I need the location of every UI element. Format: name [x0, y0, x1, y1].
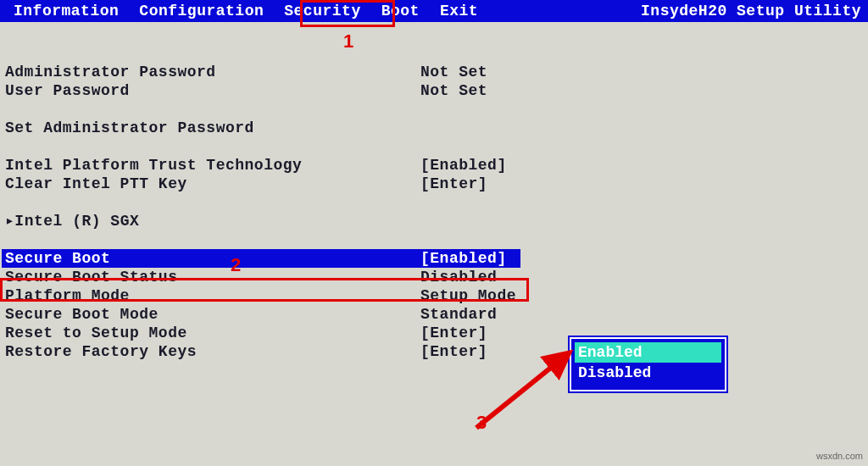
annotation-number-3: 3	[476, 412, 487, 434]
value-ipt: [Enabled]	[420, 156, 507, 175]
dropdown-option-enabled[interactable]: Enabled	[575, 342, 721, 363]
watermark: wsxdn.com	[816, 451, 863, 461]
dropdown-option-disabled[interactable]: Disabled	[575, 363, 721, 383]
menu-security[interactable]: Security	[274, 1, 370, 21]
svg-line-1	[476, 356, 565, 428]
row-secure-boot-status: Secure Boot Status Disabled	[5, 268, 863, 286]
label-platform-mode: Platform Mode	[5, 286, 420, 305]
value-sb-status: Disabled	[420, 268, 497, 286]
label-reset-setup: Reset to Setup Mode	[5, 324, 420, 342]
annotation-number-1: 1	[343, 31, 353, 53]
value-restore-keys: [Enter]	[420, 342, 487, 361]
row-secure-boot-mode: Secure Boot Mode Standard	[5, 305, 863, 324]
label-sb-mode: Secure Boot Mode	[5, 305, 420, 324]
row-platform-mode: Platform Mode Setup Mode	[5, 286, 863, 305]
value-sb-mode: Standard	[420, 305, 497, 324]
label-clear-ptt: Clear Intel PTT Key	[5, 175, 420, 193]
label-user-password: User Password	[5, 81, 420, 100]
row-admin-password: Administrator Password Not Set	[5, 63, 863, 81]
label-secure-boot: Secure Boot	[5, 249, 420, 268]
menu-configuration[interactable]: Configuration	[129, 1, 274, 21]
label-set-admin-password: Set Administrator Password	[5, 119, 420, 137]
row-secure-boot[interactable]: Secure Boot [Enabled]	[2, 249, 520, 268]
value-reset-setup: [Enter]	[420, 324, 487, 342]
value-user-password: Not Set	[420, 81, 487, 100]
row-intel-sgx[interactable]: ▸Intel (R) SGX	[5, 212, 863, 230]
row-user-password: User Password Not Set	[5, 81, 863, 100]
secure-boot-dropdown[interactable]: Enabled Disabled	[570, 337, 726, 391]
value-secure-boot: [Enabled]	[420, 249, 507, 268]
label-sb-status: Secure Boot Status	[5, 268, 420, 286]
label-restore-keys: Restore Factory Keys	[5, 342, 420, 361]
row-restore-factory-keys[interactable]: Restore Factory Keys [Enter]	[5, 342, 863, 361]
annotation-number-2: 2	[231, 254, 241, 276]
setup-utility-title: InsydeH20 Setup Utility	[641, 3, 861, 19]
label-admin-password: Administrator Password	[5, 63, 420, 81]
menu-exit[interactable]: Exit	[430, 1, 488, 21]
row-set-admin-password[interactable]: Set Administrator Password	[5, 119, 863, 137]
value-clear-ptt: [Enter]	[420, 175, 487, 193]
value-admin-password: Not Set	[420, 63, 487, 81]
menu-information[interactable]: Information	[3, 1, 129, 21]
label-sgx: ▸Intel (R) SGX	[5, 212, 420, 230]
row-clear-ptt-key[interactable]: Clear Intel PTT Key [Enter]	[5, 175, 863, 193]
menu-boot[interactable]: Boot	[371, 1, 430, 21]
value-platform-mode: Setup Mode	[420, 286, 516, 305]
row-reset-setup-mode[interactable]: Reset to Setup Mode [Enter]	[5, 324, 863, 342]
menubar: Information Configuration Security Boot …	[0, 0, 868, 22]
security-page: Administrator Password Not Set User Pass…	[0, 22, 868, 364]
row-intel-platform-trust[interactable]: Intel Platform Trust Technology [Enabled…	[5, 156, 863, 175]
label-ipt: Intel Platform Trust Technology	[5, 156, 420, 175]
